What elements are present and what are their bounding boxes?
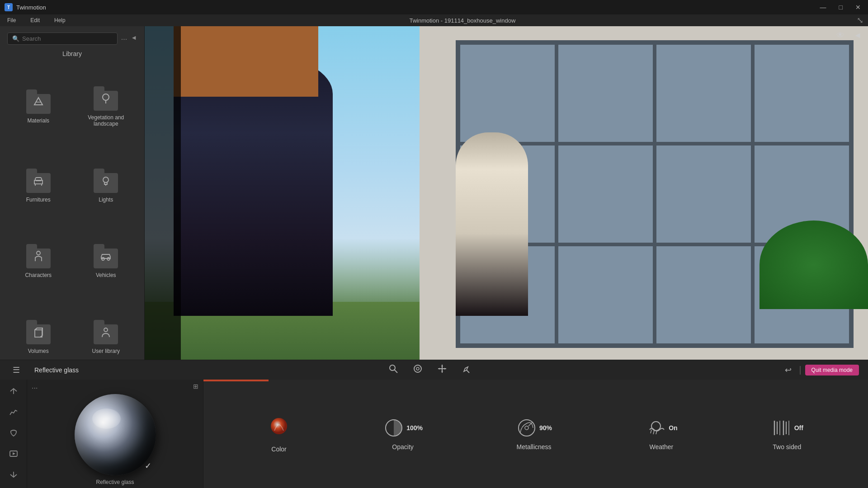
svg-point-17 [414,365,421,372]
prop-color[interactable]: Color [268,415,290,453]
toolbar-search-icon[interactable] [385,362,402,378]
volumes-label: Volumes [28,348,49,354]
sidebar-item-lights[interactable]: Lights [72,148,140,224]
prop-two-sided[interactable]: Off Two sided [771,417,803,450]
svg-point-6 [103,177,108,183]
bs-play-icon[interactable] [6,446,21,463]
svg-marker-21 [441,365,443,366]
materials-label: Materials [27,117,49,124]
viewport[interactable] [145,26,868,380]
prop-opacity[interactable]: 100% Opacity [383,417,423,450]
lights-label: Lights [99,197,113,203]
minimize-button[interactable]: — [817,3,829,12]
svg-line-16 [395,370,398,373]
two-sided-value: Off [794,424,803,432]
svg-line-36 [651,430,651,433]
materials-folder-icon [26,89,51,114]
viewport-left-strip [145,26,181,380]
library-heading: Library [0,50,144,57]
bottom-panel: ... ⊞ ✓ Reflective glass [0,380,868,488]
search-bar: 🔍 [7,33,118,45]
weather-value: On [669,424,677,432]
preview-grid-icon[interactable]: ⊞ [193,383,198,390]
sidebar: 🔍 ... ◄ Library Materials [0,26,145,380]
undo-icon[interactable]: ↩ [781,363,795,377]
toolbar-right: ↩ | Quit media mode [781,363,859,377]
menubar: File Edit Help Twinmotion - 191114_boxho… [0,14,868,26]
weather-label: Weather [650,443,674,450]
vehicles-inner-icon [100,250,112,265]
svg-point-35 [651,422,660,431]
hamburger-menu-icon[interactable]: ☰ [9,363,24,377]
close-button[interactable]: ✕ [853,3,863,12]
svg-line-13 [42,328,42,330]
opacity-label: Opacity [392,443,413,450]
bs-export-icon[interactable] [6,467,21,483]
glass-pane [656,246,751,343]
toolbar-pick-icon[interactable] [458,362,475,378]
material-sphere: ✓ [75,394,156,475]
bs-graph-icon[interactable] [6,405,21,421]
svg-point-10 [107,258,110,260]
toolbar-move-icon[interactable] [434,362,451,378]
svg-point-30 [271,418,287,434]
glass-pane [755,45,849,142]
search-input[interactable] [22,35,113,42]
svg-point-33 [525,426,528,430]
viewport-topright: 👁 ◄ [830,26,868,44]
color-label: Color [271,446,286,453]
quit-media-button[interactable]: Quit media mode [805,365,859,375]
viewport-collapse-icon[interactable]: ◄ [852,29,863,42]
lights-inner-icon [100,175,112,189]
preview-more-icon[interactable]: ... [32,382,38,390]
characters-inner-icon [33,250,44,265]
prop-metallicness[interactable]: 90% Metallicness [516,417,552,450]
svg-point-15 [390,365,395,371]
bottom-toolbar: ☰ Reflective glass [0,360,868,380]
vegetation-label: Vegetation and landscape [77,114,136,127]
sidebar-item-materials[interactable]: Materials [5,66,72,148]
menu-edit[interactable]: Edit [28,16,42,24]
materials-inner-icon [33,96,44,110]
reflective-sphere [75,394,156,475]
svg-point-0 [103,94,109,100]
metallicness-label: Metallicness [517,443,552,450]
divider-line: | [799,365,801,375]
sidebar-item-characters[interactable]: Characters [5,224,72,300]
viewport-background [145,26,868,380]
svg-line-37 [653,431,654,434]
sidebar-item-furnitures[interactable]: Furnitures [5,148,72,224]
characters-folder-icon [26,244,51,268]
prop-weather[interactable]: On Weather [645,417,677,450]
sidebar-item-vehicles[interactable]: Vehicles [72,224,140,300]
furnitures-label: Furnitures [26,197,51,203]
more-options-icon[interactable]: ... [121,33,127,42]
titlebar-left: T Twinmotion [5,3,46,11]
volumes-inner-icon [33,326,44,341]
characters-label: Characters [25,272,52,278]
eye-icon[interactable]: 👁 [835,29,846,42]
svg-marker-23 [438,368,440,370]
collapse-sidebar-icon[interactable]: ◄ [131,34,137,41]
svg-point-18 [416,367,419,370]
material-properties: Color 100% Opacity [203,380,868,488]
menu-help[interactable]: Help [52,16,68,24]
bs-import-icon[interactable] [6,384,21,400]
toolbar-brush-icon[interactable] [409,362,426,378]
app-title: Twinmotion [16,4,46,11]
maximize-button[interactable]: □ [836,3,845,12]
user-library-folder-icon [94,320,118,344]
vehicles-folder-icon [94,244,118,268]
two-sided-label: Two sided [773,443,801,450]
bs-leaf-icon[interactable] [6,426,21,442]
bushes [760,221,868,309]
titlebar: T Twinmotion — □ ✕ [0,0,868,14]
glass-pane [558,246,653,343]
sidebar-item-vegetation[interactable]: Vegetation and landscape [72,66,140,148]
restore-icon[interactable]: ⤡ [857,15,863,25]
menu-file[interactable]: File [5,16,19,24]
glass-pane [656,45,751,142]
svg-marker-22 [441,371,443,373]
volumes-folder-icon [26,320,51,344]
two-sided-icon: Off [771,417,803,439]
